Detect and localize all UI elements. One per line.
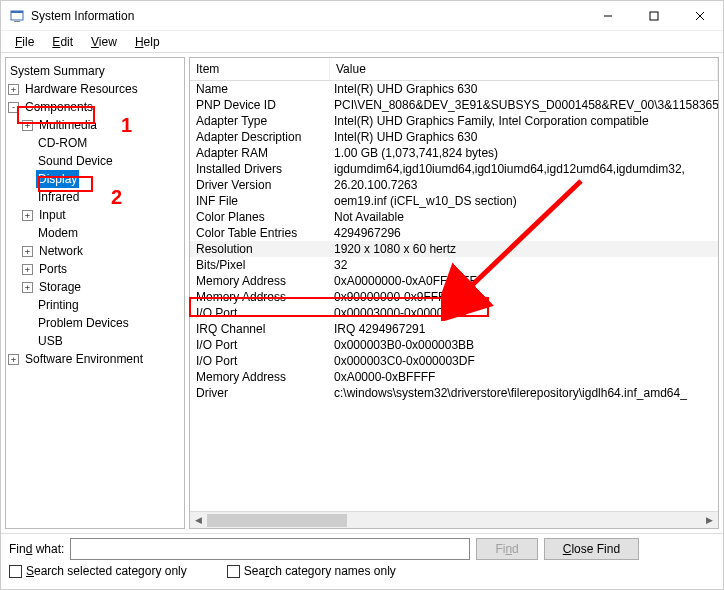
plus-icon[interactable]: + <box>22 264 33 275</box>
tree-display[interactable]: Display <box>8 170 182 188</box>
detail-item: I/O Port <box>190 338 330 352</box>
detail-row[interactable]: Color Table Entries4294967296 <box>190 225 718 241</box>
detail-item: Color Table Entries <box>190 226 330 240</box>
scroll-right-icon[interactable]: ▶ <box>701 512 718 529</box>
tree-hardware-resources[interactable]: +Hardware Resources <box>8 80 182 98</box>
detail-item: Resolution <box>190 242 330 256</box>
detail-row[interactable]: I/O Port0x000003C0-0x000003DF <box>190 353 718 369</box>
tree-input[interactable]: +Input <box>8 206 182 224</box>
annotation-number-2: 2 <box>111 186 122 209</box>
menu-edit[interactable]: Edit <box>44 33 81 51</box>
checkbox-icon <box>9 565 22 578</box>
detail-row[interactable]: Resolution1920 x 1080 x 60 hertz <box>190 241 718 257</box>
detail-row[interactable]: Memory Address0x90000000-0x9FFFFFFF <box>190 289 718 305</box>
scroll-left-icon[interactable]: ◀ <box>190 512 207 529</box>
detail-value: 4294967296 <box>330 226 718 240</box>
tree-ports[interactable]: +Ports <box>8 260 182 278</box>
detail-item: Color Planes <box>190 210 330 224</box>
tree-infrared[interactable]: Infrared <box>8 188 182 206</box>
detail-row[interactable]: I/O Port0x000003B0-0x000003BB <box>190 337 718 353</box>
detail-row[interactable]: NameIntel(R) UHD Graphics 630 <box>190 81 718 97</box>
tree-problem-devices[interactable]: Problem Devices <box>8 314 182 332</box>
search-bar: Find what: Find Close Find Search select… <box>1 533 723 579</box>
tree-printing[interactable]: Printing <box>8 296 182 314</box>
titlebar: System Information <box>1 1 723 31</box>
detail-row[interactable]: Adapter DescriptionIntel(R) UHD Graphics… <box>190 129 718 145</box>
detail-value: 0x000003C0-0x000003DF <box>330 354 718 368</box>
tree-multimedia[interactable]: +Multimedia <box>8 116 182 134</box>
find-button[interactable]: Find <box>476 538 537 560</box>
close-button[interactable] <box>677 1 723 31</box>
detail-row[interactable]: Adapter TypeIntel(R) UHD Graphics Family… <box>190 113 718 129</box>
find-what-label: Find what: <box>9 542 64 556</box>
details-header: Item Value <box>190 58 718 81</box>
detail-item: Adapter Type <box>190 114 330 128</box>
detail-row[interactable]: Installed Driversigdumdim64,igd10iumd64,… <box>190 161 718 177</box>
plus-icon[interactable]: + <box>8 84 19 95</box>
detail-row[interactable]: PNP Device IDPCI\VEN_8086&DEV_3E91&SUBSY… <box>190 97 718 113</box>
tree-cdrom[interactable]: CD-ROM <box>8 134 182 152</box>
minimize-button[interactable] <box>585 1 631 31</box>
tree-modem[interactable]: Modem <box>8 224 182 242</box>
detail-item: Driver Version <box>190 178 330 192</box>
scrollbar-thumb[interactable] <box>207 514 347 527</box>
detail-value: 26.20.100.7263 <box>330 178 718 192</box>
plus-icon[interactable]: + <box>22 120 33 131</box>
tree-root[interactable]: System Summary <box>8 62 182 80</box>
annotation-number-1: 1 <box>121 114 132 137</box>
svg-rect-1 <box>11 11 23 13</box>
detail-value: 0x00003000-0x0000303F <box>330 306 718 320</box>
minus-icon[interactable]: - <box>8 102 19 113</box>
menu-file[interactable]: File <box>7 33 42 51</box>
menu-help[interactable]: Help <box>127 33 168 51</box>
tree-panel: System Summary +Hardware Resources -Comp… <box>5 57 185 529</box>
detail-item: Installed Drivers <box>190 162 330 176</box>
detail-value: igdumdim64,igd10iumd64,igd10iumd64,igd12… <box>330 162 718 176</box>
detail-value: Intel(R) UHD Graphics 630 <box>330 82 718 96</box>
detail-item: Memory Address <box>190 274 330 288</box>
detail-item: INF File <box>190 194 330 208</box>
tree-sound-device[interactable]: Sound Device <box>8 152 182 170</box>
maximize-button[interactable] <box>631 1 677 31</box>
detail-row[interactable]: Memory Address0xA0000000-0xA0FFFFFF <box>190 273 718 289</box>
plus-icon[interactable]: + <box>22 246 33 257</box>
detail-row[interactable]: Bits/Pixel32 <box>190 257 718 273</box>
detail-value: 32 <box>330 258 718 272</box>
tree-network[interactable]: +Network <box>8 242 182 260</box>
detail-row[interactable]: Color PlanesNot Available <box>190 209 718 225</box>
checkbox-search-names[interactable]: Search category names only <box>227 564 396 578</box>
detail-value: PCI\VEN_8086&DEV_3E91&SUBSYS_D0001458&RE… <box>330 98 718 112</box>
detail-row[interactable]: Memory Address0xA0000-0xBFFFF <box>190 369 718 385</box>
plus-icon[interactable]: + <box>8 354 19 365</box>
plus-icon[interactable]: + <box>22 282 33 293</box>
horizontal-scrollbar[interactable]: ◀ ▶ <box>190 511 718 528</box>
detail-row[interactable]: INF Fileoem19.inf (iCFL_w10_DS section) <box>190 193 718 209</box>
detail-value: 0x000003B0-0x000003BB <box>330 338 718 352</box>
tree-components[interactable]: -Components <box>8 98 182 116</box>
checkbox-search-selected[interactable]: Search selected category only <box>9 564 187 578</box>
detail-row[interactable]: I/O Port0x00003000-0x0000303F <box>190 305 718 321</box>
detail-item: I/O Port <box>190 354 330 368</box>
tree-software-environment[interactable]: +Software Environment <box>8 350 182 368</box>
menu-view[interactable]: View <box>83 33 125 51</box>
find-input[interactable] <box>70 538 470 560</box>
detail-row[interactable]: Adapter RAM1.00 GB (1,073,741,824 bytes) <box>190 145 718 161</box>
window-title: System Information <box>31 9 585 23</box>
close-find-button[interactable]: Close Find <box>544 538 639 560</box>
detail-value: c:\windows\system32\driverstore\filerepo… <box>330 386 718 400</box>
column-header-value[interactable]: Value <box>330 58 718 80</box>
plus-icon[interactable]: + <box>22 210 33 221</box>
tree-usb[interactable]: USB <box>8 332 182 350</box>
detail-item: IRQ Channel <box>190 322 330 336</box>
column-header-item[interactable]: Item <box>190 58 330 80</box>
tree-storage[interactable]: +Storage <box>8 278 182 296</box>
detail-item: I/O Port <box>190 306 330 320</box>
detail-value: 0xA0000-0xBFFFF <box>330 370 718 384</box>
detail-value: IRQ 4294967291 <box>330 322 718 336</box>
detail-value: 0xA0000000-0xA0FFFFFF <box>330 274 718 288</box>
detail-row[interactable]: IRQ ChannelIRQ 4294967291 <box>190 321 718 337</box>
detail-value: 1.00 GB (1,073,741,824 bytes) <box>330 146 718 160</box>
detail-item: Adapter RAM <box>190 146 330 160</box>
detail-row[interactable]: Driver Version26.20.100.7263 <box>190 177 718 193</box>
detail-row[interactable]: Driverc:\windows\system32\driverstore\fi… <box>190 385 718 401</box>
